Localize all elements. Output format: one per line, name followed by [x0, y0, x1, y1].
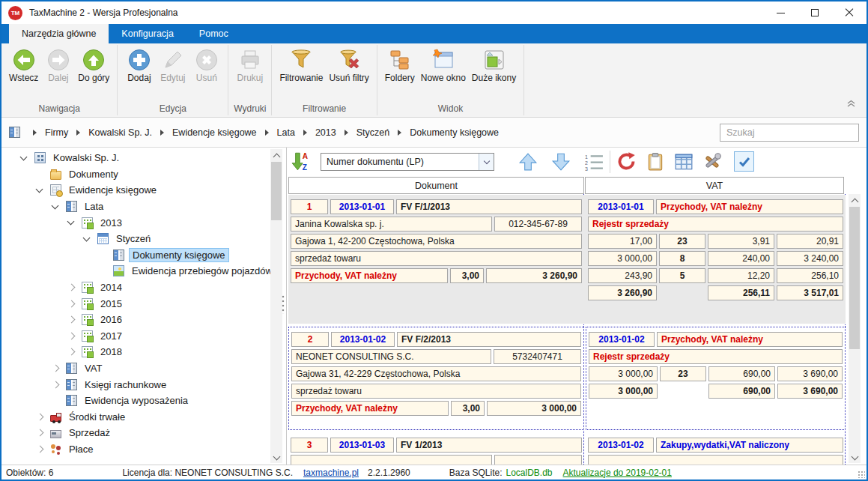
- chevron-right-icon[interactable]: [37, 429, 44, 437]
- vat-panel: 2013-01-02 Zakupy,wydatki,VAT naliczony: [586, 433, 846, 466]
- ribbon-collapse-button[interactable]: [846, 97, 856, 111]
- scroll-up-button[interactable]: [849, 194, 861, 206]
- scroll-down-button[interactable]: [270, 451, 282, 463]
- scroll-up-button[interactable]: [270, 149, 282, 161]
- column-header-dokument[interactable]: Dokument: [288, 177, 584, 194]
- up-button[interactable]: Do góry: [75, 46, 112, 84]
- breadcrumb-item-2013[interactable]: 2013: [315, 127, 336, 138]
- sort-field-select[interactable]: Numer dokumentu (LP): [321, 153, 494, 171]
- close-button[interactable]: [832, 1, 867, 24]
- document-row-1[interactable]: 1 2013-01-01 FV F/1/2013 Janina Kowalska…: [288, 195, 846, 324]
- chevron-down-icon[interactable]: [36, 186, 43, 193]
- chevron-down-icon[interactable]: [20, 153, 28, 160]
- search-input[interactable]: [720, 124, 859, 142]
- ribbon-group-nawigacja: Wstecz Dalej Do góry Nawigacja: [1, 43, 117, 117]
- cell-vat-register: Rejestr sprzedaży: [588, 217, 843, 232]
- move-down-icon[interactable]: [551, 152, 571, 172]
- resize-grip[interactable]: [858, 471, 865, 478]
- chevron-right-icon[interactable]: [52, 381, 60, 388]
- documents-scrollbar[interactable]: [849, 194, 861, 463]
- chevron-right-icon[interactable]: [68, 332, 76, 339]
- chevron-right-icon[interactable]: [68, 348, 76, 356]
- chevron-right-icon[interactable]: [68, 316, 76, 324]
- numbered-list-icon[interactable]: 123: [584, 152, 604, 172]
- scroll-down-button[interactable]: [849, 451, 861, 463]
- breadcrumb-item-lata[interactable]: Lata: [277, 127, 295, 138]
- table-grid-icon[interactable]: [674, 152, 694, 172]
- tree-item-ewidencje-ksiegowe[interactable]: Ewidencje księgowe: [1, 182, 286, 199]
- breadcrumb-item-styczen[interactable]: Styczeń: [356, 127, 389, 138]
- scrollbar-thumb[interactable]: [271, 162, 282, 220]
- chevron-down-icon: [483, 157, 489, 163]
- tree-item-ewidencja-przebiegow[interactable]: Ewidencja przebiegów pojazdów: [1, 263, 286, 279]
- chevron-right-icon[interactable]: [68, 300, 76, 307]
- objects-count: Obiektów: 6: [6, 468, 53, 478]
- new-window-button[interactable]: Nowe okno: [418, 46, 469, 84]
- chevron-right-icon[interactable]: [52, 365, 60, 372]
- tree-item-lata[interactable]: Lata: [1, 199, 286, 215]
- tree-item-2018[interactable]: 2018: [1, 344, 286, 360]
- tree-item-styczen[interactable]: Styczeń: [1, 231, 286, 247]
- tools-icon[interactable]: [702, 152, 722, 172]
- maximize-button[interactable]: [798, 1, 832, 24]
- status-bar: Obiektów: 6 Licencja dla: NEONET CONSULT…: [1, 465, 867, 480]
- column-header-vat[interactable]: VAT: [585, 177, 844, 194]
- clear-filters-button[interactable]: Usuń filtry: [326, 46, 371, 84]
- back-button[interactable]: Wstecz: [6, 46, 41, 84]
- cell-vat-date: 2013-01-01: [588, 199, 654, 214]
- tree-item-2017[interactable]: 2017: [1, 328, 286, 345]
- updates-link[interactable]: Aktualizacje do 2019-02-01: [563, 468, 672, 478]
- folder-icon: [50, 171, 61, 180]
- tab-pomoc[interactable]: Pomoc: [186, 24, 241, 43]
- tree-item-2013[interactable]: 2013: [1, 214, 286, 231]
- tree-item-dokumenty-ksiegowe[interactable]: Dokumenty księgowe: [1, 247, 286, 264]
- cell-rate: 23: [659, 234, 705, 249]
- chevron-right-icon[interactable]: [68, 284, 76, 291]
- tree-item-2015[interactable]: 2015: [1, 295, 286, 312]
- scrollbar-thumb[interactable]: [849, 207, 860, 349]
- splitter-handle[interactable]: [282, 294, 285, 314]
- svg-text:A: A: [303, 152, 309, 160]
- cell-contractor: Janina Kowalska sp. j.: [291, 217, 492, 232]
- tree-item-srodki-trwale[interactable]: Środki trwałe: [1, 409, 286, 426]
- dropdown-button[interactable]: [479, 154, 494, 170]
- breadcrumb-item-ewidencje[interactable]: Ewidencje księgowe: [172, 127, 257, 138]
- chevron-right-icon[interactable]: [37, 413, 44, 420]
- breadcrumb-item-kowalski[interactable]: Kowalski Sp. J.: [88, 127, 152, 138]
- folders-button[interactable]: Foldery: [382, 46, 418, 84]
- cell-summary-label: Przychody, VAT należny: [291, 268, 448, 283]
- tab-konfiguracja[interactable]: Konfiguracja: [109, 24, 186, 43]
- large-icons-button[interactable]: Duże ikony: [469, 46, 519, 84]
- tree-item-sprzedaz[interactable]: Sprzedaż: [1, 425, 286, 441]
- tree-item-2014[interactable]: 2014: [1, 279, 286, 296]
- document-row-3[interactable]: 3 2013-01-03 FV 1/2013 2013-01-02 Zakupy…: [288, 433, 846, 466]
- ribbon-group-wydruki: Drukuj Wydruki: [228, 43, 271, 117]
- tree-item-kowalski[interactable]: Kowalski Sp. J.: [1, 150, 286, 166]
- tree-item-ewidencja-wyposazenia[interactable]: Ewidencja wyposażenia: [1, 393, 286, 409]
- chevron-right-icon[interactable]: [37, 446, 44, 453]
- chevron-down-icon[interactable]: [83, 234, 91, 241]
- website-link[interactable]: taxmachine.pl: [303, 468, 359, 478]
- sort-az-icon[interactable]: A Z: [291, 151, 312, 172]
- tree-item-place[interactable]: Płace: [1, 441, 286, 458]
- verify-button[interactable]: [734, 151, 754, 172]
- breadcrumb-item-firmy[interactable]: Firmy: [45, 127, 68, 138]
- minimize-button[interactable]: [763, 1, 798, 24]
- move-up-icon[interactable]: [518, 152, 538, 172]
- tree-item-vat[interactable]: VAT: [1, 360, 286, 377]
- chevron-down-icon[interactable]: [52, 202, 59, 209]
- tree-scrollbar[interactable]: [270, 149, 282, 463]
- document-row-2[interactable]: 2 2013-01-02 FV F/2/2013 NEONET CONSULTI…: [288, 327, 846, 430]
- breadcrumb-item-dokumenty-ksiegowe[interactable]: Dokumenty księgowe: [410, 127, 499, 138]
- chevron-down-icon[interactable]: [67, 218, 75, 226]
- filter-button[interactable]: Filtrowanie: [276, 46, 326, 84]
- tree-item-2016[interactable]: 2016: [1, 312, 286, 328]
- cell-vat-amount: 3,91: [708, 234, 774, 249]
- tree-item-ksiegi-rachunkowe[interactable]: Księgi rachunkowe: [1, 376, 286, 393]
- tab-narzedzia-glowne[interactable]: Narzędzia główne: [9, 24, 109, 43]
- add-button[interactable]: Dodaj: [122, 46, 156, 84]
- clipboard-icon[interactable]: [646, 152, 665, 172]
- tree-item-dokumenty[interactable]: Dokumenty: [1, 166, 286, 183]
- refresh-icon[interactable]: [616, 151, 637, 172]
- maximize-icon: [811, 9, 819, 16]
